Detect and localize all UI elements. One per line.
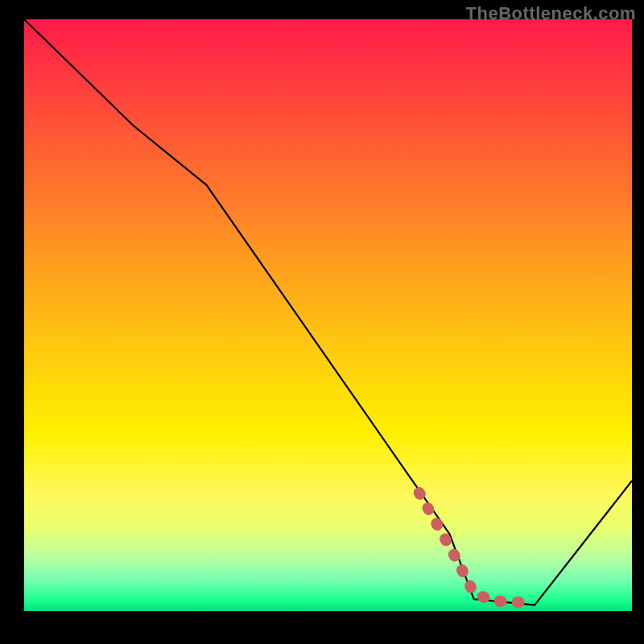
curve-line (24, 19, 632, 605)
chart-container: TheBottleneck.com (0, 0, 644, 644)
highlight-segment (419, 493, 535, 602)
chart-svg (24, 19, 632, 611)
plot-area (24, 19, 632, 611)
watermark-text: TheBottleneck.com (466, 3, 636, 24)
